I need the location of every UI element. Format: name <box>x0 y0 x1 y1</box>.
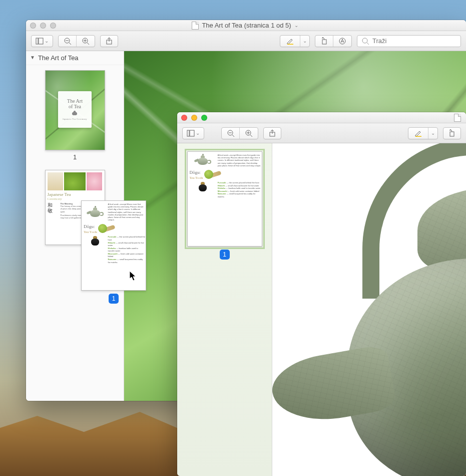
svg-rect-28 <box>450 132 454 136</box>
svg-rect-1 <box>39 38 43 44</box>
close-icon[interactable] <box>30 23 36 29</box>
zoom-in-button[interactable] <box>77 36 95 47</box>
svg-rect-12 <box>322 40 326 44</box>
markup-button[interactable] <box>333 36 351 47</box>
page-number: 1 <box>45 153 105 161</box>
svg-line-15 <box>367 43 369 45</box>
matcha-bowl-image <box>64 172 86 190</box>
kettle-image <box>88 207 102 219</box>
page-badge: 1 <box>220 250 230 260</box>
search-icon <box>361 37 369 45</box>
page-badge: 1 <box>109 294 119 304</box>
highlight-button[interactable] <box>408 128 428 139</box>
dogu-title: Dōgu: <box>84 224 97 229</box>
svg-rect-16 <box>187 130 189 136</box>
svg-line-19 <box>232 135 234 137</box>
rotate-markup-group <box>315 35 352 47</box>
teapot-image <box>287 143 466 476</box>
titlebar[interactable] <box>177 112 466 123</box>
kanji-text: 和 敬 <box>48 202 59 213</box>
dark-kettle-image <box>90 235 100 247</box>
definitions-list: Furosaki — the screen placed behind the … <box>218 181 261 244</box>
dragged-thumbnail[interactable]: A final word—except fifteen main first g… <box>81 200 146 304</box>
matcha-image <box>204 170 213 179</box>
view-mode-button[interactable]: ⌄ <box>31 35 53 47</box>
intro-text: A final word—except fifteen main first g… <box>108 203 145 221</box>
highlight-group: ⌄ <box>280 35 310 47</box>
titlebar[interactable]: The Art of Tea (stranica 1 od 5) ⌄ <box>26 20 466 31</box>
zoom-icon[interactable] <box>201 115 207 121</box>
toolbar: ⌄ ⌄ <box>26 31 466 51</box>
preview-window-2: ⌄ ⌄ <box>177 112 466 476</box>
zoom-icon[interactable] <box>50 23 56 29</box>
traffic-lights <box>181 115 207 121</box>
svg-rect-27 <box>415 136 421 137</box>
svg-rect-17 <box>190 130 194 136</box>
cover-title-line1: The Art <box>67 98 83 104</box>
highlight-menu-button[interactable]: ⌄ <box>428 128 437 139</box>
cover-title-line2: of Tea <box>69 104 81 109</box>
sidebar-title: The Art of Tea <box>38 54 79 62</box>
share-button[interactable] <box>263 127 281 139</box>
view-mode-button[interactable]: ⌄ <box>182 127 204 139</box>
toolbar: ⌄ ⌄ <box>177 123 466 143</box>
page-title: Japanese Tea <box>48 192 103 197</box>
dogu-subtitle: Tea Tools <box>190 176 203 180</box>
chevron-down-icon[interactable]: ⌄ <box>294 23 298 28</box>
highlight-menu-button[interactable]: ⌄ <box>300 36 309 47</box>
cover-subtitle: Japanese Tea Ceremony <box>63 118 87 120</box>
matcha-image <box>98 224 107 233</box>
rotate-button[interactable] <box>315 36 333 47</box>
disclosure-triangle-icon[interactable]: ▼ <box>30 55 35 60</box>
highlight-group: ⌄ <box>408 127 438 139</box>
traffic-lights <box>30 23 56 29</box>
zoom-in-button[interactable] <box>240 128 258 139</box>
minimize-icon[interactable] <box>40 23 46 29</box>
intro-text: A final word—except fifteen main first g… <box>218 154 261 167</box>
close-icon[interactable] <box>181 115 187 121</box>
dark-kettle-image <box>198 181 208 192</box>
zoom-out-button[interactable] <box>222 128 240 139</box>
whisk-image <box>48 172 63 190</box>
sidebar-header[interactable]: ▼ The Art of Tea <box>26 51 124 65</box>
svg-line-22 <box>250 135 252 137</box>
definitions-list: Furosaki — the screen placed behind the … <box>108 235 145 288</box>
share-button[interactable] <box>100 35 118 47</box>
dogu-title: Dōgu: <box>190 170 203 175</box>
kettle-image <box>196 155 210 167</box>
thumbnail-page[interactable]: A final word—except fifteen main first g… <box>187 151 262 260</box>
zoom-group <box>58 35 95 47</box>
document-proxy-icon[interactable] <box>454 114 461 122</box>
search-input[interactable] <box>372 37 456 45</box>
blossom-image <box>87 172 102 190</box>
rotate-button[interactable] <box>443 127 461 139</box>
zoom-out-button[interactable] <box>59 36 77 47</box>
dogu-subtitle: Tea Tools <box>84 230 97 234</box>
svg-rect-11 <box>287 44 293 45</box>
svg-line-3 <box>69 43 71 45</box>
minimize-icon[interactable] <box>191 115 197 121</box>
zoom-group <box>221 127 258 139</box>
search-field[interactable] <box>357 35 461 47</box>
teapot-icon <box>71 111 78 116</box>
document-icon <box>192 22 199 30</box>
thumbnail-sidebar: A final word—except fifteen main first g… <box>177 143 272 476</box>
svg-rect-0 <box>36 38 38 44</box>
highlight-button[interactable] <box>280 36 300 47</box>
svg-line-6 <box>87 43 89 45</box>
window-title: The Art of Tea (stranica 1 od 5) <box>202 22 291 29</box>
svg-point-14 <box>362 38 367 43</box>
document-canvas[interactable] <box>272 143 466 476</box>
thumbnail-page[interactable]: The Art of Tea Japanese Tea Ceremony 1 <box>45 70 105 161</box>
